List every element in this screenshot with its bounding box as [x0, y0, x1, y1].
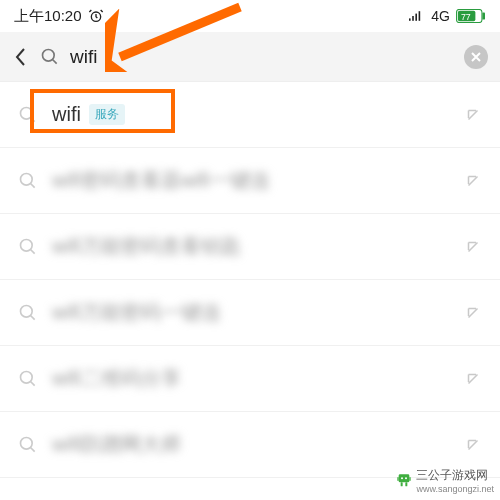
list-item[interactable]: wifi密码查看器wifi一键连 — [0, 148, 500, 214]
svg-rect-3 — [416, 14, 418, 21]
fill-query-icon[interactable] — [464, 370, 482, 388]
svg-rect-22 — [401, 482, 403, 486]
status-right: 4G 77 — [409, 8, 486, 24]
svg-point-19 — [405, 477, 407, 479]
clear-button[interactable] — [464, 45, 488, 69]
fill-query-icon[interactable] — [464, 172, 482, 190]
search-icon — [18, 171, 38, 191]
fill-query-icon[interactable] — [464, 238, 482, 256]
suggestion-list: wifi服务wifi密码查看器wifi一键连wifi万能密码查看钥匙wifi万能… — [0, 82, 500, 478]
svg-point-18 — [401, 477, 403, 479]
alarm-icon — [88, 8, 104, 24]
suggestion-text: wifi服务 — [52, 103, 450, 126]
category-badge: 服务 — [89, 104, 125, 125]
svg-point-15 — [21, 437, 33, 449]
search-header — [0, 32, 500, 82]
watermark-url: www.sangongzi.net — [416, 484, 494, 494]
watermark-text: 三公子游戏网 — [416, 467, 494, 484]
search-icon — [18, 105, 38, 125]
svg-rect-1 — [409, 18, 411, 20]
suggestion-text: wifi二维码分享 — [52, 365, 450, 392]
search-icon — [40, 47, 60, 67]
battery-icon: 77 — [456, 9, 486, 23]
svg-rect-17 — [399, 474, 410, 482]
list-item[interactable]: wifi万能密码一键连 — [0, 280, 500, 346]
network-label: 4G — [431, 8, 450, 24]
svg-point-11 — [21, 173, 33, 185]
svg-point-9 — [43, 49, 55, 61]
search-icon — [18, 369, 38, 389]
suggestion-text: wifi万能密码查看钥匙 — [52, 233, 450, 260]
svg-point-13 — [21, 305, 33, 317]
signal-icon — [409, 9, 425, 23]
back-button[interactable] — [12, 45, 30, 69]
list-item[interactable]: wifi二维码分享 — [0, 346, 500, 412]
list-item[interactable]: wifi服务 — [0, 82, 500, 148]
svg-point-10 — [21, 107, 33, 119]
svg-rect-21 — [410, 477, 411, 481]
search-icon — [18, 303, 38, 323]
svg-text:77: 77 — [461, 12, 471, 22]
suggestion-text: wifi密码查看器wifi一键连 — [52, 167, 450, 194]
fill-query-icon[interactable] — [464, 106, 482, 124]
status-bar: 上午10:20 4G 77 — [0, 0, 500, 32]
fill-query-icon[interactable] — [464, 436, 482, 454]
search-icon — [18, 435, 38, 455]
svg-rect-23 — [406, 482, 408, 486]
svg-rect-2 — [413, 16, 415, 21]
status-time: 上午10:20 — [14, 7, 82, 26]
svg-rect-20 — [398, 477, 399, 481]
search-icon — [18, 237, 38, 257]
list-item[interactable]: wifi万能密码查看钥匙 — [0, 214, 500, 280]
svg-point-14 — [21, 371, 33, 383]
suggestion-text: wifi防蹭网大师 — [52, 431, 450, 458]
svg-rect-4 — [419, 11, 421, 21]
svg-rect-7 — [482, 13, 485, 20]
fill-query-icon[interactable] — [464, 304, 482, 322]
search-input[interactable] — [70, 46, 454, 68]
suggestion-text: wifi万能密码一键连 — [52, 299, 450, 326]
status-left: 上午10:20 — [14, 7, 104, 26]
watermark: 三公子游戏网 www.sangongzi.net — [396, 467, 494, 494]
svg-point-12 — [21, 239, 33, 251]
